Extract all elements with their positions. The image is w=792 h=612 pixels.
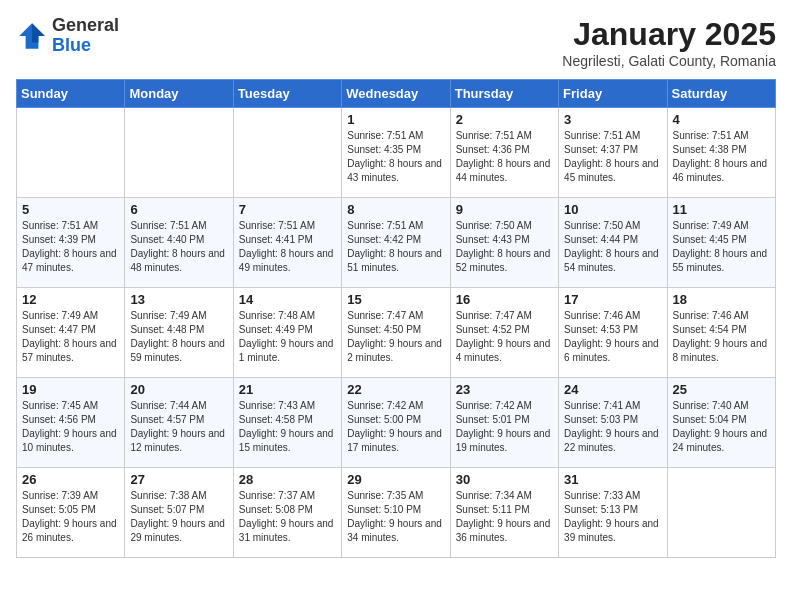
day-number: 6 [130,202,227,217]
day-number: 2 [456,112,553,127]
calendar-cell: 7Sunrise: 7:51 AM Sunset: 4:41 PM Daylig… [233,198,341,288]
day-info: Sunrise: 7:47 AM Sunset: 4:50 PM Dayligh… [347,309,444,365]
day-number: 17 [564,292,661,307]
day-info: Sunrise: 7:46 AM Sunset: 4:53 PM Dayligh… [564,309,661,365]
weekday-header-tuesday: Tuesday [233,80,341,108]
day-info: Sunrise: 7:42 AM Sunset: 5:00 PM Dayligh… [347,399,444,455]
day-info: Sunrise: 7:50 AM Sunset: 4:44 PM Dayligh… [564,219,661,275]
day-info: Sunrise: 7:43 AM Sunset: 4:58 PM Dayligh… [239,399,336,455]
calendar-cell: 22Sunrise: 7:42 AM Sunset: 5:00 PM Dayli… [342,378,450,468]
location-text: Negrilesti, Galati County, Romania [562,53,776,69]
day-number: 18 [673,292,770,307]
day-number: 15 [347,292,444,307]
calendar-week-1: 1Sunrise: 7:51 AM Sunset: 4:35 PM Daylig… [17,108,776,198]
calendar-cell: 11Sunrise: 7:49 AM Sunset: 4:45 PM Dayli… [667,198,775,288]
day-info: Sunrise: 7:47 AM Sunset: 4:52 PM Dayligh… [456,309,553,365]
day-info: Sunrise: 7:51 AM Sunset: 4:36 PM Dayligh… [456,129,553,185]
day-number: 19 [22,382,119,397]
day-number: 7 [239,202,336,217]
calendar-cell: 3Sunrise: 7:51 AM Sunset: 4:37 PM Daylig… [559,108,667,198]
weekday-header-row: SundayMondayTuesdayWednesdayThursdayFrid… [17,80,776,108]
weekday-header-sunday: Sunday [17,80,125,108]
day-number: 24 [564,382,661,397]
calendar-week-3: 12Sunrise: 7:49 AM Sunset: 4:47 PM Dayli… [17,288,776,378]
day-number: 3 [564,112,661,127]
logo: General Blue [16,16,119,56]
day-number: 28 [239,472,336,487]
logo-general-text: General [52,16,119,36]
calendar-cell: 6Sunrise: 7:51 AM Sunset: 4:40 PM Daylig… [125,198,233,288]
day-number: 13 [130,292,227,307]
day-info: Sunrise: 7:50 AM Sunset: 4:43 PM Dayligh… [456,219,553,275]
calendar-week-2: 5Sunrise: 7:51 AM Sunset: 4:39 PM Daylig… [17,198,776,288]
day-number: 5 [22,202,119,217]
calendar-cell [125,108,233,198]
calendar-cell: 25Sunrise: 7:40 AM Sunset: 5:04 PM Dayli… [667,378,775,468]
day-info: Sunrise: 7:51 AM Sunset: 4:39 PM Dayligh… [22,219,119,275]
day-number: 14 [239,292,336,307]
day-info: Sunrise: 7:51 AM Sunset: 4:38 PM Dayligh… [673,129,770,185]
calendar-cell: 19Sunrise: 7:45 AM Sunset: 4:56 PM Dayli… [17,378,125,468]
day-number: 31 [564,472,661,487]
calendar-cell: 23Sunrise: 7:42 AM Sunset: 5:01 PM Dayli… [450,378,558,468]
calendar-cell: 5Sunrise: 7:51 AM Sunset: 4:39 PM Daylig… [17,198,125,288]
day-number: 25 [673,382,770,397]
day-number: 30 [456,472,553,487]
day-info: Sunrise: 7:40 AM Sunset: 5:04 PM Dayligh… [673,399,770,455]
day-number: 9 [456,202,553,217]
weekday-header-saturday: Saturday [667,80,775,108]
logo-blue-text: Blue [52,36,119,56]
day-number: 22 [347,382,444,397]
day-number: 23 [456,382,553,397]
calendar-cell: 29Sunrise: 7:35 AM Sunset: 5:10 PM Dayli… [342,468,450,558]
day-info: Sunrise: 7:49 AM Sunset: 4:48 PM Dayligh… [130,309,227,365]
day-number: 26 [22,472,119,487]
day-info: Sunrise: 7:42 AM Sunset: 5:01 PM Dayligh… [456,399,553,455]
calendar-cell: 30Sunrise: 7:34 AM Sunset: 5:11 PM Dayli… [450,468,558,558]
calendar-cell: 15Sunrise: 7:47 AM Sunset: 4:50 PM Dayli… [342,288,450,378]
day-info: Sunrise: 7:51 AM Sunset: 4:41 PM Dayligh… [239,219,336,275]
day-number: 27 [130,472,227,487]
day-number: 1 [347,112,444,127]
calendar-cell: 4Sunrise: 7:51 AM Sunset: 4:38 PM Daylig… [667,108,775,198]
month-title: January 2025 [562,16,776,53]
day-info: Sunrise: 7:48 AM Sunset: 4:49 PM Dayligh… [239,309,336,365]
weekday-header-monday: Monday [125,80,233,108]
day-number: 11 [673,202,770,217]
day-info: Sunrise: 7:44 AM Sunset: 4:57 PM Dayligh… [130,399,227,455]
weekday-header-thursday: Thursday [450,80,558,108]
calendar-table: SundayMondayTuesdayWednesdayThursdayFrid… [16,79,776,558]
calendar-cell: 10Sunrise: 7:50 AM Sunset: 4:44 PM Dayli… [559,198,667,288]
calendar-cell: 8Sunrise: 7:51 AM Sunset: 4:42 PM Daylig… [342,198,450,288]
svg-marker-1 [32,23,45,42]
calendar-cell: 1Sunrise: 7:51 AM Sunset: 4:35 PM Daylig… [342,108,450,198]
calendar-week-5: 26Sunrise: 7:39 AM Sunset: 5:05 PM Dayli… [17,468,776,558]
day-info: Sunrise: 7:34 AM Sunset: 5:11 PM Dayligh… [456,489,553,545]
logo-icon [16,20,48,52]
day-number: 16 [456,292,553,307]
day-info: Sunrise: 7:35 AM Sunset: 5:10 PM Dayligh… [347,489,444,545]
calendar-cell: 12Sunrise: 7:49 AM Sunset: 4:47 PM Dayli… [17,288,125,378]
day-number: 29 [347,472,444,487]
calendar-cell [667,468,775,558]
calendar-cell: 14Sunrise: 7:48 AM Sunset: 4:49 PM Dayli… [233,288,341,378]
day-info: Sunrise: 7:49 AM Sunset: 4:47 PM Dayligh… [22,309,119,365]
day-info: Sunrise: 7:51 AM Sunset: 4:42 PM Dayligh… [347,219,444,275]
calendar-cell: 21Sunrise: 7:43 AM Sunset: 4:58 PM Dayli… [233,378,341,468]
day-number: 12 [22,292,119,307]
calendar-cell: 9Sunrise: 7:50 AM Sunset: 4:43 PM Daylig… [450,198,558,288]
calendar-cell: 26Sunrise: 7:39 AM Sunset: 5:05 PM Dayli… [17,468,125,558]
title-block: January 2025 Negrilesti, Galati County, … [562,16,776,69]
day-info: Sunrise: 7:49 AM Sunset: 4:45 PM Dayligh… [673,219,770,275]
day-info: Sunrise: 7:51 AM Sunset: 4:37 PM Dayligh… [564,129,661,185]
day-info: Sunrise: 7:37 AM Sunset: 5:08 PM Dayligh… [239,489,336,545]
day-info: Sunrise: 7:38 AM Sunset: 5:07 PM Dayligh… [130,489,227,545]
day-info: Sunrise: 7:46 AM Sunset: 4:54 PM Dayligh… [673,309,770,365]
calendar-cell [233,108,341,198]
day-number: 20 [130,382,227,397]
day-info: Sunrise: 7:51 AM Sunset: 4:35 PM Dayligh… [347,129,444,185]
calendar-cell: 16Sunrise: 7:47 AM Sunset: 4:52 PM Dayli… [450,288,558,378]
calendar-cell: 20Sunrise: 7:44 AM Sunset: 4:57 PM Dayli… [125,378,233,468]
day-info: Sunrise: 7:51 AM Sunset: 4:40 PM Dayligh… [130,219,227,275]
day-number: 21 [239,382,336,397]
